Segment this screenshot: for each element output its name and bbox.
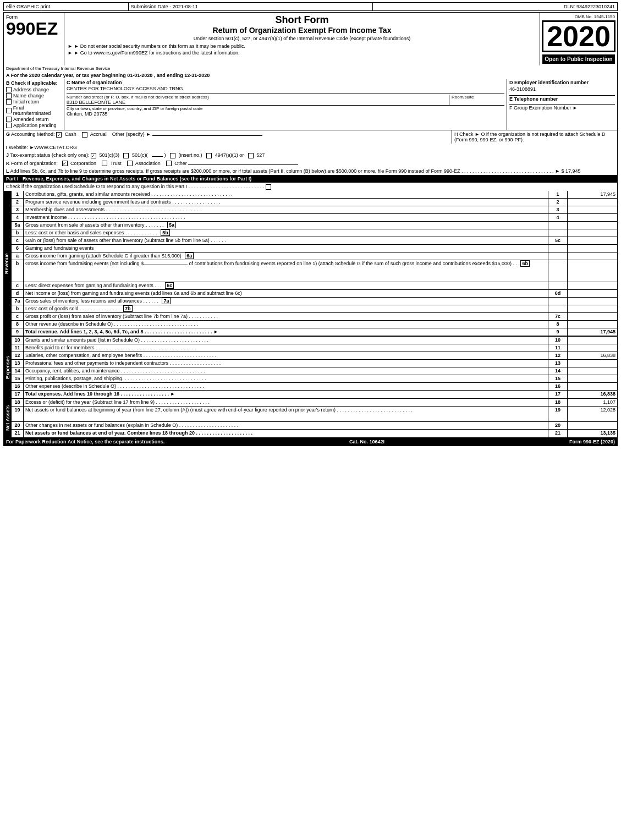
6b-amount-input[interactable] [144, 265, 188, 265]
footer-catno: Cat. No. 10642I [349, 439, 384, 444]
dept-line: Department of the Treasury Internal Reve… [3, 65, 618, 72]
arrow-icon2: ► [68, 50, 73, 56]
insert-no-checkbox[interactable] [170, 153, 175, 158]
c-label: C Name of organization [67, 80, 504, 85]
revenue-rows: 1 Contributions, gifts, grants, and simi… [12, 191, 617, 336]
line-15-row: 15 Printing, publications, postage, and … [12, 375, 617, 383]
line-1-ref: 1 [548, 191, 568, 198]
other-k-input[interactable] [188, 164, 298, 165]
subtitle: Under section 501(c), 527, or 4947(a)(1)… [68, 36, 536, 41]
line-6a-desc: Gross income from gaming (attach Schedul… [24, 252, 548, 260]
accrual-checkbox[interactable] [82, 132, 87, 138]
short-form-title: Short Form [68, 14, 536, 26]
line-3-num: 3 [12, 206, 24, 213]
section-g: G Accounting Method: Cash Accrual Other … [4, 130, 452, 144]
other-label: Other (specify) ► [112, 131, 151, 137]
other-k-checkbox[interactable] [166, 161, 172, 166]
line-15-ref: 15 [548, 375, 568, 382]
line-1-row: 1 Contributions, gifts, grants, and simi… [12, 191, 617, 199]
page: efile GRAPHIC print Submission Date - 20… [0, 0, 621, 448]
header-right: OMB No. 1545-1150 2020 Open to Public In… [540, 13, 617, 65]
line-3-amount [568, 206, 617, 213]
k-label: K [6, 161, 10, 166]
line-11-row: 11 Benefits paid to or for members . . .… [12, 344, 617, 352]
net-assets-label: Net Assets [4, 399, 12, 437]
final-return-checkbox[interactable] [6, 108, 12, 113]
line-6d-ref: 6d [548, 290, 568, 297]
line-15-amount [568, 375, 617, 382]
line-5a-row: 5a Gross amount from sale of assets othe… [12, 222, 617, 229]
line-5c-desc: Gain or (loss) from sale of assets other… [24, 237, 548, 244]
name-change-checkbox[interactable] [6, 93, 12, 98]
501c-checkbox[interactable] [123, 153, 129, 158]
line-16-desc: Other expenses (describe in Schedule O) … [24, 383, 548, 390]
line-18-num: 18 [12, 399, 24, 406]
year: 2020 [542, 20, 615, 52]
expense-rows: 10 Grants and similar amounts paid (list… [12, 337, 617, 398]
initial-return-checkbox[interactable] [6, 99, 12, 105]
amended-return-checkbox[interactable] [6, 117, 12, 122]
check-schedule-text: Check if the organization used Schedule … [6, 184, 187, 189]
line-6c-amount [568, 282, 617, 289]
k-text: Form of organization: [11, 161, 58, 166]
line-15-desc: Printing, publications, postage, and shi… [24, 375, 548, 382]
line-6a-ref-empty [548, 252, 568, 260]
final-return-label: Final return/terminated [13, 105, 62, 116]
line-7c-row: c Gross profit or (loss) from sales of i… [12, 313, 617, 321]
501c3-checkbox[interactable] [91, 153, 96, 158]
line-10-desc: Grants and similar amounts paid (list in… [24, 337, 548, 344]
assoc-label: Association [135, 161, 161, 166]
revenue-section: Revenue 1 Contributions, gifts, grants, … [3, 191, 618, 337]
ein: 46-3108891 [509, 86, 615, 92]
line-14-ref: 14 [548, 367, 568, 375]
line-10-num: 10 [12, 337, 24, 344]
line-3-desc: Membership dues and assessments . . . . … [24, 206, 548, 213]
i-label: I [6, 145, 8, 150]
net-assets-section: Net Assets 18 Excess or (deficit) for th… [3, 399, 618, 438]
trust-checkbox[interactable] [102, 161, 107, 166]
4947-checkbox[interactable] [206, 153, 212, 158]
corp-checkbox[interactable] [62, 161, 68, 166]
527-checkbox[interactable] [248, 153, 254, 158]
line-18-ref: 18 [548, 399, 568, 406]
insert-no-input[interactable] [152, 156, 163, 157]
address-change-row: Address change [6, 87, 62, 92]
application-pending-checkbox[interactable] [6, 123, 12, 128]
other-input[interactable] [152, 135, 262, 136]
7a-ref-inline: 7a [162, 298, 171, 304]
line-6-num: 6 [12, 245, 24, 252]
room-area: Room/suite [449, 95, 504, 105]
dept-text: Department of the Treasury Internal Reve… [6, 66, 110, 71]
footer-formref: Form 990-EZ (2020) [569, 439, 615, 444]
assoc-checkbox[interactable] [127, 161, 133, 166]
l-label: L [6, 168, 9, 174]
part-i-label: Part I [6, 176, 19, 182]
return-title: Return of Organization Exempt From Incom… [68, 26, 536, 35]
line-2-row: 2 Program service revenue including gove… [12, 199, 617, 206]
other-k-label: Other [174, 161, 187, 166]
line-20-num: 20 [12, 422, 24, 429]
street-area: Number and street (or P. O. box, if mail… [67, 95, 449, 105]
schedule-o-checkbox[interactable] [266, 184, 271, 190]
line-14-row: 14 Occupancy, rent, utilities, and maint… [12, 367, 617, 375]
f-label: F Group Exemption Number ► [509, 105, 615, 111]
line-6-amount [568, 245, 617, 252]
line-6a-row: a Gross income from gaming (attach Sched… [12, 252, 617, 260]
line-7b-amount [568, 305, 617, 312]
line-6-row: 6 Gaming and fundraising events [12, 245, 617, 252]
line-5a-num: 5a [12, 222, 24, 229]
line-6-ref [548, 245, 568, 252]
line-13-num: 13 [12, 360, 24, 367]
line-12-desc: Salaries, other compensation, and employ… [24, 352, 548, 359]
check-b-label: B Check if applicable: [6, 80, 62, 86]
line-21-desc: Net assets or fund balances at end of ye… [24, 430, 548, 437]
address-change-checkbox[interactable] [6, 87, 12, 92]
line-11-amount [568, 344, 617, 352]
cash-label: Cash [65, 131, 76, 137]
line-1-amount: 17,945 [568, 191, 617, 198]
line-9-row: 9 Total revenue. Add lines 1, 2, 3, 4, 5… [12, 328, 617, 336]
line-6c-row: c Less: direct expenses from gaming and … [12, 282, 617, 290]
check-schedule-o: Check if the organization used Schedule … [3, 183, 618, 191]
cash-checkbox[interactable] [56, 132, 62, 138]
line-16-ref: 16 [548, 383, 568, 390]
